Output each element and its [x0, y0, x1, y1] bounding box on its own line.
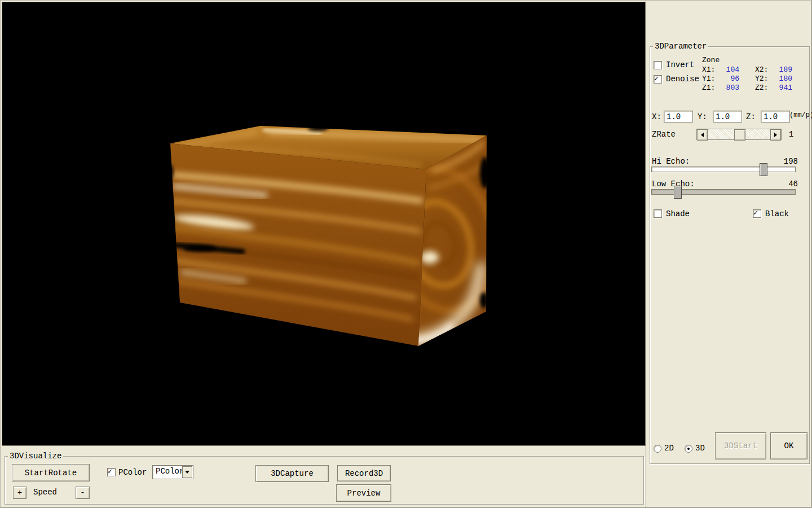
- render-viewport[interactable]: [2, 2, 646, 446]
- denoise-checkbox[interactable]: [654, 75, 662, 84]
- pcolor-dropdown[interactable]: PColor: [152, 465, 193, 479]
- zrate-right-arrow-button[interactable]: [770, 129, 781, 141]
- zone-x2-value: 189: [770, 65, 792, 74]
- zone-title: Zone: [702, 56, 720, 64]
- zrate-left-arrow-button[interactable]: [697, 129, 708, 141]
- hi-echo-slider-track[interactable]: [651, 167, 796, 172]
- speed-minus-button[interactable]: -: [76, 487, 90, 499]
- hi-echo-value: 198: [775, 157, 798, 166]
- zone-y2-label: Y2:: [755, 75, 768, 83]
- speed-label: Speed: [33, 488, 57, 497]
- volume-render-3d: [2, 2, 645, 445]
- zrate-scrollbar[interactable]: [696, 129, 782, 140]
- start-rotate-button[interactable]: StartRotate: [12, 464, 90, 481]
- zrate-scrollbar-thumb[interactable]: [734, 129, 745, 141]
- zone-z2-value: 941: [770, 84, 792, 92]
- app-window: { "colors": { "window_bg": "#ece9d8", "v…: [0, 0, 812, 508]
- voxel-x-label: X:: [652, 113, 661, 121]
- zone-x1-value: 104: [717, 65, 739, 74]
- voxel-z-input[interactable]: [761, 111, 790, 122]
- record-3d-button[interactable]: Record3D: [337, 465, 391, 481]
- parameter-groupbox: 3DParameter Invert Denoise Zone X1: 104 …: [650, 46, 810, 464]
- left-arrow-icon: [701, 133, 704, 137]
- zone-y2-value: 180: [770, 75, 792, 83]
- panel-separator: [646, 0, 646, 508]
- pcolor-dropdown-value: PColor: [156, 467, 184, 476]
- shade-label: Shade: [666, 210, 690, 218]
- zrate-label: ZRate: [652, 130, 676, 139]
- voxel-x-input[interactable]: [664, 111, 693, 122]
- zone-x1-label: X1:: [702, 65, 715, 74]
- preview-button[interactable]: Preview: [336, 484, 391, 502]
- voxel-z-label: Z:: [746, 113, 756, 121]
- shade-checkbox[interactable]: [654, 209, 662, 218]
- voxel-y-label: Y:: [698, 113, 707, 121]
- parameter-group-title: 3DParameter: [653, 42, 708, 51]
- start3d-button[interactable]: 3DStart: [715, 432, 766, 459]
- voxel-y-input[interactable]: [713, 111, 742, 122]
- zone-y1-label: Y1:: [702, 75, 715, 83]
- low-echo-label: Low Echo:: [652, 180, 695, 189]
- zone-x2-label: X2:: [755, 65, 768, 74]
- voxel-unit-label: (mm/p): [789, 111, 812, 120]
- mode-2d-label: 2D: [664, 444, 674, 453]
- invert-checkbox[interactable]: [654, 61, 662, 69]
- low-echo-slider-track[interactable]: [651, 189, 796, 195]
- zone-z1-value: 803: [717, 84, 739, 92]
- zrate-value: 1: [789, 130, 793, 139]
- chevron-down-icon: [185, 471, 189, 474]
- visualize-group-title: 3DVisualize: [8, 452, 63, 461]
- hi-echo-label: Hi Echo:: [652, 157, 690, 166]
- mode-3d-radio[interactable]: [685, 445, 692, 453]
- pcolor-label: PColor: [118, 468, 147, 477]
- pcolor-checkbox[interactable]: [107, 468, 116, 476]
- black-label: Black: [765, 210, 789, 218]
- ok-button[interactable]: OK: [770, 432, 807, 459]
- capture-3d-button[interactable]: 3DCapture: [255, 465, 329, 482]
- invert-label: Invert: [666, 61, 694, 69]
- low-echo-slider-thumb[interactable]: [674, 186, 682, 199]
- zone-y1-value: 96: [717, 75, 739, 83]
- right-arrow-icon: [774, 133, 777, 137]
- speed-plus-button[interactable]: +: [13, 487, 27, 499]
- denoise-label: Denoise: [666, 75, 699, 84]
- mode-2d-radio[interactable]: [654, 445, 661, 453]
- zone-z1-label: Z1:: [702, 84, 715, 92]
- zone-z2-label: Z2:: [755, 84, 768, 92]
- low-echo-value: 46: [775, 180, 798, 189]
- visualize-groupbox: 3DVisualize StartRotate + Speed - PColor…: [5, 456, 644, 505]
- black-checkbox[interactable]: [753, 209, 761, 218]
- mode-3d-label: 3D: [695, 444, 705, 453]
- pcolor-dropdown-button[interactable]: [182, 466, 192, 478]
- hi-echo-slider-thumb[interactable]: [760, 163, 767, 176]
